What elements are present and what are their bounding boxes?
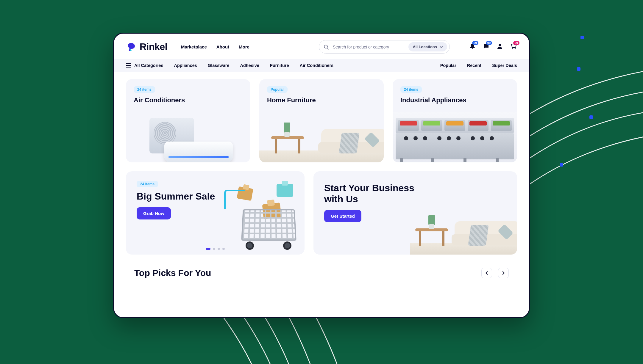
banner-title-line1: Start Your Business — [324, 183, 414, 193]
banner-chip: 24 items — [137, 181, 158, 187]
sort-tabs: Popular Recent Super Deals — [440, 63, 517, 68]
category-cards: 24 items Air Conditioners Popular Home F… — [126, 79, 517, 162]
svg-rect-3 — [560, 163, 563, 167]
app-window: Rinkel Marketplace About More All Locati… — [113, 33, 530, 318]
tab-air-conditioners[interactable]: Air Conditioners — [300, 63, 334, 68]
card-title: Industrial Appliances — [400, 96, 509, 104]
card-title: Home Furniture — [267, 96, 376, 104]
tab-furniture[interactable]: Furniture — [270, 63, 289, 68]
section-title: Top Picks For You — [134, 268, 211, 278]
header-icons: 99 99 99 — [469, 43, 517, 51]
banner-illustration — [221, 186, 299, 251]
notifications-badge: 99 — [472, 41, 478, 45]
carousel-dot[interactable] — [206, 248, 210, 250]
banner-title: Start Your Business with Us — [324, 183, 506, 205]
logo[interactable]: Rinkel — [126, 41, 167, 52]
card-illustration — [259, 112, 384, 162]
svg-point-6 — [499, 44, 501, 46]
card-home-furniture[interactable]: Popular Home Furniture — [259, 79, 384, 162]
sort-super-deals[interactable]: Super Deals — [492, 63, 517, 68]
banner-title-line2: with Us — [324, 194, 358, 204]
carousel-dots — [206, 248, 225, 250]
svg-rect-2 — [589, 115, 593, 119]
all-categories-label: All Categories — [134, 63, 163, 68]
logo-icon — [126, 42, 137, 52]
card-industrial-appliances[interactable]: 24 items Industrial Appliances — [393, 79, 517, 162]
tab-glassware[interactable]: Glassware — [208, 63, 230, 68]
nav-about[interactable]: About — [216, 44, 229, 49]
promo-row: 24 items Big Summer Sale Grab Now — [126, 171, 517, 255]
banner-summer-sale: 24 items Big Summer Sale Grab Now — [126, 171, 305, 255]
top-nav: Marketplace About More — [181, 44, 249, 49]
carousel-arrows — [481, 268, 509, 278]
card-title: Air Conditioners — [134, 96, 243, 104]
cart-button[interactable]: 99 — [510, 43, 517, 51]
card-chip: 24 items — [400, 86, 422, 93]
grab-now-button[interactable]: Grab Now — [137, 207, 171, 219]
card-illustration — [393, 112, 517, 162]
tab-adhesive[interactable]: Adhesive — [240, 63, 259, 68]
hamburger-icon — [126, 63, 131, 68]
nav-marketplace[interactable]: Marketplace — [181, 44, 207, 49]
svg-point-8 — [515, 48, 516, 49]
search-bar[interactable]: All Locations — [319, 40, 450, 54]
category-tabs: Appliances Glassware Adhesive Furniture … — [174, 63, 334, 68]
card-air-conditioners[interactable]: 24 items Air Conditioners — [126, 79, 250, 162]
carousel-dot[interactable] — [213, 248, 215, 250]
chevron-left-icon — [484, 271, 489, 275]
get-started-button[interactable]: Get Started — [324, 210, 361, 222]
svg-rect-1 — [577, 67, 580, 71]
nav-more[interactable]: More — [239, 44, 249, 49]
tab-appliances[interactable]: Appliances — [174, 63, 197, 68]
chevron-down-icon — [439, 45, 443, 49]
card-illustration — [126, 112, 250, 162]
next-button[interactable] — [498, 268, 509, 278]
location-filter[interactable]: All Locations — [408, 42, 447, 51]
svg-point-4 — [324, 45, 327, 48]
location-label: All Locations — [413, 45, 437, 49]
svg-line-5 — [327, 48, 328, 49]
svg-point-7 — [512, 48, 514, 49]
card-chip: Popular — [267, 86, 288, 93]
card-chip: 24 items — [134, 86, 155, 93]
header: Rinkel Marketplace About More All Locati… — [114, 34, 529, 59]
category-bar: All Categories Appliances Glassware Adhe… — [114, 59, 529, 72]
notifications-button[interactable]: 99 — [469, 43, 476, 51]
logo-text: Rinkel — [140, 41, 167, 52]
messages-badge: 99 — [486, 41, 492, 45]
user-icon — [496, 43, 503, 50]
cart-badge: 99 — [513, 41, 519, 45]
banner-illustration — [410, 204, 517, 255]
search-input[interactable] — [333, 45, 405, 49]
search-icon — [323, 44, 329, 50]
account-button[interactable] — [496, 43, 503, 51]
chevron-right-icon — [501, 271, 506, 275]
sort-popular[interactable]: Popular — [440, 63, 456, 68]
prev-button[interactable] — [481, 268, 492, 278]
carousel-dot[interactable] — [222, 248, 225, 250]
svg-rect-0 — [580, 36, 584, 39]
section-top-picks: Top Picks For You — [126, 268, 517, 278]
main-content: 24 items Air Conditioners Popular Home F… — [114, 72, 529, 285]
messages-button[interactable]: 99 — [483, 43, 490, 51]
banner-start-business: Start Your Business with Us Get Started — [313, 171, 517, 255]
all-categories-button[interactable]: All Categories — [126, 63, 163, 68]
sort-recent[interactable]: Recent — [467, 63, 481, 68]
carousel-dot[interactable] — [218, 248, 220, 250]
